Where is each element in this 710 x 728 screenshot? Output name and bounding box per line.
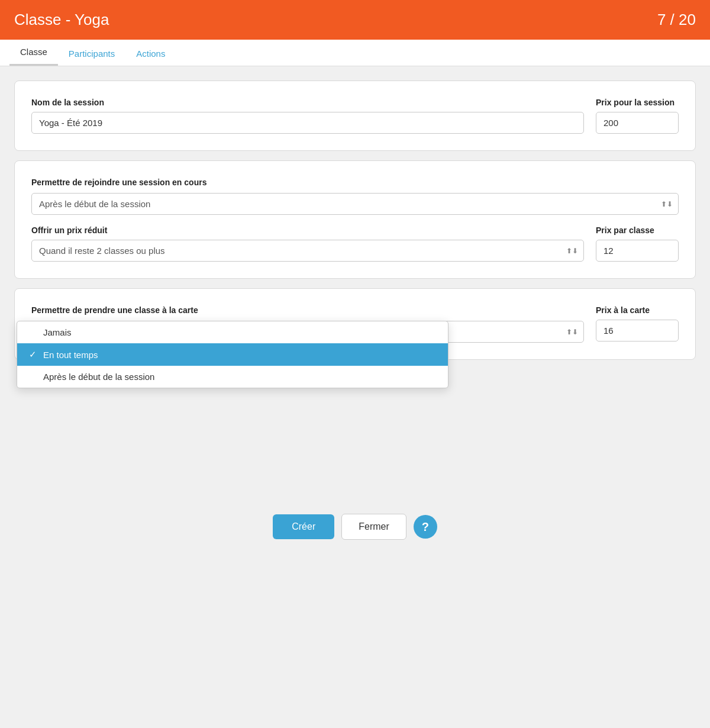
dropdown-item-apres-debut[interactable]: Après le début de la session	[17, 366, 448, 388]
join-session-group: Permettre de rejoindre une session en co…	[31, 178, 679, 215]
carte-price-group: Prix à la carte	[596, 305, 679, 342]
reduced-price-select-group: Offrir un prix réduit Quand il reste 2 c…	[31, 226, 584, 262]
session-name-group: Nom de la session	[31, 98, 584, 134]
reduced-price-group: Offrir un prix réduit Quand il reste 2 c…	[31, 226, 679, 262]
carte-partial-label: Permettre de prendre une classe à la car…	[31, 305, 584, 315]
dropdown-item-jamais[interactable]: Jamais	[17, 321, 448, 343]
reduced-price-label: Offrir un prix réduit	[31, 226, 584, 235]
tab-bar: Classe Participants Actions	[0, 40, 710, 66]
dropdown-item-en-tout-temps[interactable]: ✓ En tout temps	[17, 343, 448, 366]
page-counter: 7 / 20	[657, 11, 696, 29]
session-name-label: Nom de la session	[31, 98, 584, 107]
action-buttons: Créer Fermer ?	[14, 514, 696, 540]
session-name-input[interactable]	[31, 112, 584, 134]
price-per-class-label: Prix par classe	[596, 226, 679, 235]
session-card: Nom de la session Prix pour la session	[14, 80, 696, 151]
join-session-label: Permettre de rejoindre une session en co…	[31, 178, 679, 187]
carte-price-input[interactable]	[596, 320, 679, 342]
join-session-select-wrapper: Après le début de la session ⬆⬇	[31, 193, 679, 215]
close-button[interactable]: Fermer	[341, 514, 406, 540]
join-session-select[interactable]: Après le début de la session	[31, 193, 679, 215]
tab-classe[interactable]: Classe	[9, 40, 58, 66]
carte-price-label: Prix à la carte	[596, 305, 679, 315]
reduced-price-select[interactable]: Quand il reste 2 classes ou plus	[31, 240, 584, 262]
app-title: Classe - Yoga	[14, 11, 109, 29]
price-per-class-input[interactable]	[596, 240, 679, 262]
session-price-group: Prix pour la session	[596, 98, 679, 134]
create-button[interactable]: Créer	[273, 514, 334, 539]
reduced-price-select-wrapper: Quand il reste 2 classes ou plus ⬆⬇	[31, 240, 584, 262]
main-content: Nom de la session Prix pour la session P…	[0, 66, 710, 717]
help-button[interactable]: ?	[414, 515, 437, 539]
app-header: Classe - Yoga 7 / 20	[0, 0, 710, 40]
options-card: Permettre de rejoindre une session en co…	[14, 160, 696, 279]
price-per-class-group: Prix par classe	[596, 226, 679, 262]
en-tout-temps-checkmark: ✓	[29, 349, 38, 360]
dropdown-overlay: Jamais ✓ En tout temps Après le début de…	[17, 321, 448, 388]
session-price-input[interactable]	[596, 112, 679, 134]
tab-participants[interactable]: Participants	[58, 41, 125, 66]
session-price-label: Prix pour la session	[596, 98, 679, 107]
tab-actions[interactable]: Actions	[125, 41, 176, 66]
